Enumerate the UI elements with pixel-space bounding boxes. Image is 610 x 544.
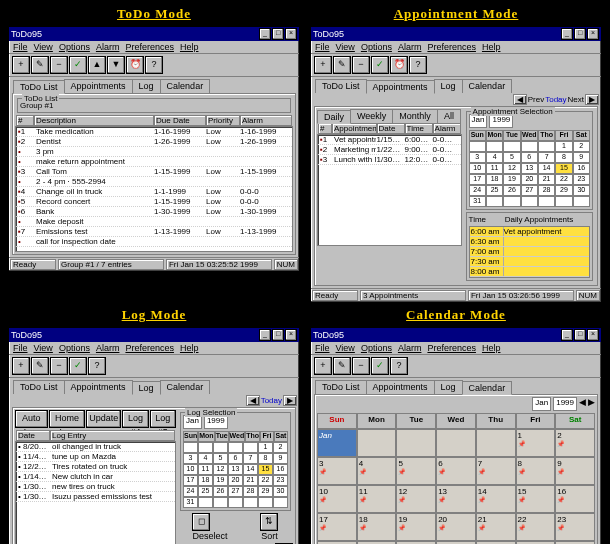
subtab-monthly[interactable]: Monthly <box>392 109 438 123</box>
calendar-day[interactable]: 19📌 <box>396 513 436 541</box>
col-desc[interactable]: Description <box>34 115 154 126</box>
calendar-day[interactable]: 8📌 <box>516 457 556 485</box>
list-item[interactable]: • Make deposit <box>16 217 292 227</box>
btn-autolog[interactable]: Auto Log <box>15 410 48 428</box>
subtab-daily[interactable]: Daily <box>317 110 351 124</box>
appointment-list[interactable]: ▪1Vet appointment1/15…6:00…0-0…▪2Marketi… <box>317 134 462 246</box>
calendar-day[interactable] <box>436 429 476 457</box>
calendar-day[interactable]: 22📌 <box>516 513 556 541</box>
calendar-day[interactable]: 1📌 <box>516 429 556 457</box>
minimize-button[interactable]: _ <box>561 28 573 40</box>
calendar-day[interactable]: 15📌 <box>516 485 556 513</box>
list-item[interactable]: • 1/30…new tires on truck <box>16 482 175 492</box>
tool-help[interactable]: ? <box>145 56 163 74</box>
list-item[interactable]: ▪3Lunch with Mark1/30…12:0…0-0… <box>318 155 461 165</box>
nav-prev[interactable]: ◀ <box>513 94 527 105</box>
list-item[interactable]: • 2 - 4 pm · 555-2994 <box>16 177 292 187</box>
calendar-grid[interactable]: Jan1📌2📌3📌4📌5📌6📌7📌8📌9📌10📌11📌12📌13📌14📌15📌1… <box>317 429 595 544</box>
btn-homelog[interactable]: Home Log <box>49 410 86 428</box>
tool-delete[interactable]: − <box>50 56 68 74</box>
close-button[interactable]: × <box>285 28 297 40</box>
list-item[interactable]: ▪4Change oil in truck1-1-1999Low0-0-0 <box>16 187 292 197</box>
menu-help[interactable]: Help <box>180 42 199 52</box>
list-item[interactable]: ▪5Record concert1-15-1999Low0-0-0 <box>16 197 292 207</box>
tool-add[interactable]: + <box>12 56 30 74</box>
col-num[interactable]: # <box>16 115 34 126</box>
maximize-button[interactable]: □ <box>272 28 284 40</box>
menu-options[interactable]: Options <box>59 42 90 52</box>
tab-log[interactable]: Log <box>132 79 161 93</box>
list-item[interactable]: ▪7Emissions test1-13-1999Low1-13-1999 <box>16 227 292 237</box>
minimize-button[interactable]: _ <box>259 28 271 40</box>
calendar-day[interactable] <box>357 429 397 457</box>
menu-file[interactable]: File <box>13 42 28 52</box>
calendar-day[interactable]: 10📌 <box>317 485 357 513</box>
list-item[interactable]: • 1/30…Isuzu passed emissions test <box>16 492 175 502</box>
list-item[interactable]: • call for inspection date <box>16 237 292 247</box>
calendar-day[interactable]: 11📌 <box>357 485 397 513</box>
month-select[interactable]: Jan <box>469 114 488 128</box>
list-item[interactable]: ▪2Dentist1-26-1999Low1-26-1999 <box>16 137 292 147</box>
calendar-day[interactable]: 2📌 <box>555 429 595 457</box>
calendar-day[interactable]: 16📌 <box>555 485 595 513</box>
calendar-day[interactable]: 21📌 <box>476 513 516 541</box>
list-item[interactable]: ▪6Bank1-30-1999Low1-30-1999 <box>16 207 292 217</box>
calendar-day[interactable] <box>396 429 436 457</box>
year-select[interactable]: 1999 <box>489 114 513 128</box>
month-select[interactable]: Jan <box>532 397 551 411</box>
sort-button[interactable]: ⇅ <box>260 513 278 531</box>
calendar-day[interactable] <box>476 429 516 457</box>
list-item[interactable]: ▪1Take medication1-16-1999Low1-16-1999 <box>16 127 292 137</box>
calendar-day[interactable]: 20📌 <box>436 513 476 541</box>
list-item[interactable]: • 11/4…tune up on Mazda <box>16 452 175 462</box>
list-item[interactable]: • make return appointment <box>16 157 292 167</box>
calendar-day[interactable]: 13📌 <box>436 485 476 513</box>
calendar-day[interactable]: 12📌 <box>396 485 436 513</box>
nav-next[interactable]: ▶ <box>585 94 599 105</box>
tool-up[interactable]: ▲ <box>88 56 106 74</box>
list-item[interactable]: ▪2Marketing meetin…1/22…9:00…0-0… <box>318 145 461 155</box>
mini-calendar[interactable]: SunMonTueWedThoFriSat1234567891011121314… <box>469 130 590 207</box>
calendar-day[interactable]: 3📌 <box>317 457 357 485</box>
btn-log5[interactable]: Log #5 <box>150 410 176 428</box>
year-select[interactable]: 1999 <box>553 397 577 411</box>
calendar-day[interactable]: 5📌 <box>396 457 436 485</box>
tool-edit[interactable]: ✎ <box>31 56 49 74</box>
calendar-day[interactable]: 7📌 <box>476 457 516 485</box>
year-select[interactable]: 1999 <box>204 415 228 429</box>
col-priority[interactable]: Priority <box>206 115 240 126</box>
tool-check[interactable]: ✓ <box>69 56 87 74</box>
calendar-day[interactable]: 9📌 <box>555 457 595 485</box>
list-item[interactable]: • 3 pm <box>16 147 292 157</box>
menu-alarm[interactable]: Alarm <box>96 42 120 52</box>
calendar-day[interactable]: 4📌 <box>357 457 397 485</box>
calendar-day[interactable]: 14📌 <box>476 485 516 513</box>
tab-calendar[interactable]: Calendar <box>160 79 211 93</box>
list-item[interactable]: • 1/14…New clutch in car <box>16 472 175 482</box>
btn-update[interactable]: Update <box>86 410 121 428</box>
tab-appointments[interactable]: Appointments <box>64 79 133 93</box>
calendar-day[interactable]: Jan <box>317 429 357 457</box>
todo-list[interactable]: ▪1Take medication1-16-1999Low1-16-1999▪2… <box>15 126 293 252</box>
tool-alarm[interactable]: ⏰ <box>126 56 144 74</box>
calendar-day[interactable]: 6📌 <box>436 457 476 485</box>
tab-todo[interactable]: ToDo List <box>13 80 65 94</box>
maximize-button[interactable]: □ <box>574 28 586 40</box>
list-item[interactable]: • 8/20…oil changed in truck <box>16 442 175 452</box>
calendar-day[interactable]: 17📌 <box>317 513 357 541</box>
menu-preferences[interactable]: Preferences <box>125 42 174 52</box>
tool-down[interactable]: ▼ <box>107 56 125 74</box>
subtab-all[interactable]: All <box>437 109 461 123</box>
calendar-day[interactable]: 18📌 <box>357 513 397 541</box>
list-item[interactable]: ▪3Call Tom1-15-1999Low1-15-1999 <box>16 167 292 177</box>
time-slots[interactable]: 6:00 amVet appointment6:30 am7:00 am7:30… <box>469 226 590 278</box>
btn-log4[interactable]: Log #4 <box>122 410 148 428</box>
list-item[interactable]: ▪1Vet appointment1/15…6:00…0-0… <box>318 135 461 145</box>
menu-view[interactable]: View <box>34 42 53 52</box>
close-button[interactable]: × <box>587 28 599 40</box>
log-list[interactable]: • 8/20…oil changed in truck• 11/4…tune u… <box>15 441 176 544</box>
mini-calendar[interactable]: SunMonTueWedThoFriSat1234567891011121314… <box>183 431 288 508</box>
deselect-button[interactable]: ◻ <box>192 513 210 531</box>
col-due[interactable]: Due Date <box>154 115 206 126</box>
subtab-weekly[interactable]: Weekly <box>350 109 393 123</box>
